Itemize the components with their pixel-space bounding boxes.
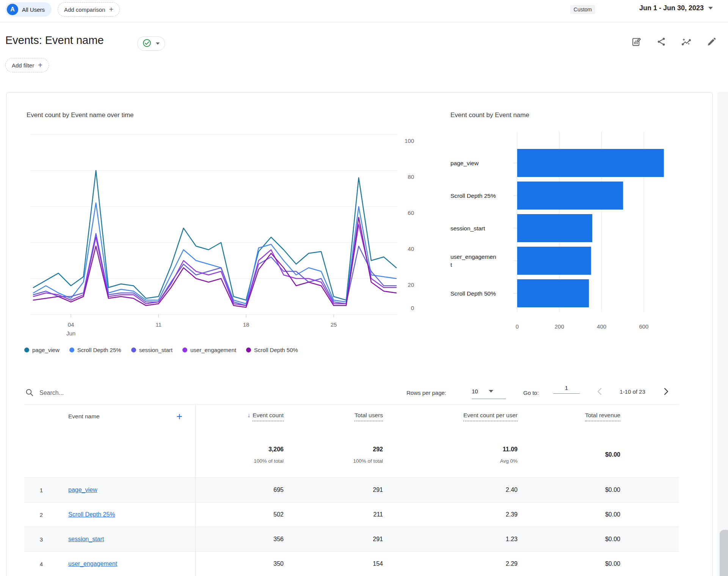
column-header-event-name[interactable]: Event name + (58, 412, 195, 422)
bar-session_start (517, 214, 592, 242)
previous-page-icon (596, 387, 604, 397)
bar-category-label: user_engagement (450, 250, 497, 271)
table-row: 1page_view6952912.40$0.00 (24, 477, 679, 502)
cell-per-user: 2.40 (383, 487, 518, 493)
cell-revenue: $0.00 (518, 560, 620, 567)
legend-label: session_start (139, 347, 173, 353)
event-name-link[interactable]: session_start (68, 536, 104, 542)
goto-page-input[interactable] (553, 384, 580, 394)
date-range-picker[interactable]: Jun 1 - Jun 30, 2023 (639, 4, 713, 12)
column-header-event-count-per-user[interactable]: Event count per user (383, 412, 518, 421)
x-tick-label: 11 (150, 321, 167, 328)
chevron-down-icon (156, 42, 160, 45)
legend-item: Scroll Depth 25% (69, 347, 121, 353)
search-input[interactable] (39, 386, 230, 400)
cell-revenue: $0.00 (518, 536, 620, 543)
scrollbar-track[interactable] (717, 92, 728, 576)
x-tick-label: 18 (238, 321, 254, 328)
column-divider (195, 405, 196, 576)
totals-event-count: 3,206 100% of total (195, 442, 284, 464)
line-series-session_start (33, 233, 396, 305)
bar-Scroll Depth 50% (517, 279, 589, 307)
row-rank: 1 (24, 487, 58, 493)
y-tick-label: 100 (397, 138, 414, 144)
next-page-icon[interactable] (662, 387, 670, 397)
row-rank: 3 (24, 536, 58, 543)
legend-dot (182, 347, 187, 352)
legend-dot (131, 347, 136, 352)
all-users-label: All Users (22, 6, 45, 13)
bar-page_view (517, 149, 664, 177)
cell-revenue: $0.00 (518, 511, 620, 518)
table-row: 2Scroll Depth 25%5022112.39$0.00 (24, 502, 679, 527)
share-icon[interactable] (656, 36, 667, 47)
svg-text:200: 200 (555, 323, 564, 330)
legend-label: Scroll Depth 25% (77, 347, 121, 353)
row-event-name: Scroll Depth 25% (58, 511, 195, 518)
totals-total-users: 292 100% of total (284, 442, 383, 464)
report-status-button[interactable] (137, 36, 165, 51)
svg-text:400: 400 (597, 323, 606, 330)
cell-event-count: 356 (195, 536, 284, 543)
page-title: Events: Event name (5, 34, 104, 47)
cell-per-user: 2.39 (383, 511, 518, 518)
bar-category-label: page_view (450, 152, 497, 174)
customize-report-icon[interactable] (631, 36, 642, 47)
bar-category-label: Scroll Depth 25% (450, 185, 497, 206)
row-rank: 2 (24, 512, 58, 518)
event-name-link[interactable]: Scroll Depth 25% (68, 511, 115, 518)
line-series-Scroll Depth 50% (33, 218, 396, 308)
date-preset-badge: Custom (570, 5, 595, 14)
y-tick-label: 80 (397, 174, 414, 180)
event-name-link[interactable]: page_view (68, 487, 97, 493)
column-header-total-users[interactable]: Total users (284, 412, 383, 421)
bar-user_engagement (517, 247, 591, 275)
cell-total-users: 291 (284, 487, 383, 493)
goto-label: Go to: (523, 387, 539, 399)
line-chart (30, 133, 406, 320)
search-icon (25, 388, 34, 399)
scrollbar-thumb[interactable] (720, 530, 728, 576)
edit-icon[interactable] (706, 36, 717, 47)
column-header-total-revenue[interactable]: Total revenue (518, 412, 620, 421)
table-totals-row: 3,206 100% of total 292 100% of total 11… (24, 428, 679, 477)
audience-chip-all-users[interactable]: A All Users (5, 2, 52, 17)
legend-dot (24, 347, 29, 352)
cell-event-count: 502 (195, 511, 284, 518)
column-header-event-count[interactable]: ↓Event count (195, 412, 284, 421)
cell-total-users: 154 (284, 560, 383, 567)
chevron-down-icon (489, 390, 493, 393)
table-body: 1page_view6952912.40$0.002Scroll Depth 2… (24, 477, 679, 576)
y-tick-label: 0 (397, 305, 414, 311)
line-chart-title: Event count by Event name over time (27, 111, 134, 119)
add-filter-button[interactable]: Add filter + (5, 58, 49, 72)
cell-per-user: 1.23 (383, 536, 518, 543)
add-dimension-icon[interactable]: + (176, 412, 182, 422)
x-tick-label: 25 (325, 321, 342, 328)
y-tick-label: 20 (397, 282, 414, 288)
bar-category-label: session_start (450, 218, 497, 239)
plus-icon: + (109, 6, 113, 13)
x-tick-sublabel: Jun (63, 330, 79, 337)
totals-total-revenue: $0.00 (518, 448, 620, 458)
event-name-link[interactable]: user_engagement (68, 560, 117, 567)
cell-event-count: 350 (195, 560, 284, 567)
bar-chart-title: Event count by Event name (450, 111, 529, 119)
add-comparison-button[interactable]: Add comparison + (58, 2, 120, 17)
row-event-name: session_start (58, 536, 195, 543)
pagination-range: 1-10 of 23 (611, 387, 654, 396)
cell-total-users: 291 (284, 536, 383, 543)
sort-descending-icon: ↓ (247, 412, 250, 418)
insights-icon[interactable] (681, 36, 692, 47)
table-header: Event name + ↓Event count Total users Ev… (24, 405, 679, 428)
legend-label: user_engagement (190, 347, 236, 353)
y-tick-label: 60 (397, 210, 414, 216)
rows-per-page-select[interactable]: 10 (472, 383, 506, 399)
table-row: 4user_engagement3501542.29$0.00 (24, 551, 679, 576)
plus-icon: + (38, 61, 42, 69)
legend-item: user_engagement (182, 347, 236, 353)
chart-legend: page_viewScroll Depth 25%session_startus… (24, 347, 298, 353)
legend-item: Scroll Depth 50% (246, 347, 298, 353)
rows-per-page-label: Rows per page: (406, 387, 446, 399)
legend-label: page_view (32, 347, 60, 353)
